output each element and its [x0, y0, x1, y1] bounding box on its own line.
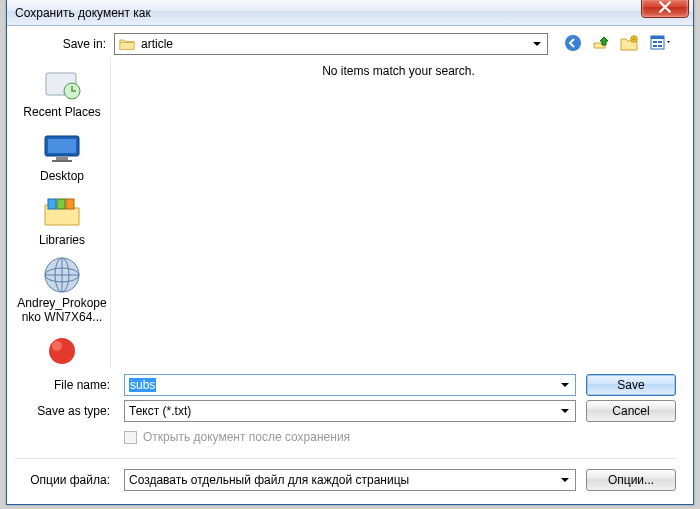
filename-value: subs — [129, 378, 156, 392]
save-in-combo[interactable]: article — [114, 33, 548, 55]
folder-icon — [119, 37, 135, 51]
svg-rect-12 — [56, 157, 68, 160]
up-icon — [592, 34, 610, 55]
open-after-row: Открыть документ после сохранения — [124, 426, 676, 452]
place-computer[interactable]: Andrey_Prokopenko WN7X64... — [17, 255, 107, 323]
window-title: Сохранить документ как — [15, 6, 693, 20]
svg-rect-3 — [651, 36, 664, 39]
place-label: Desktop — [17, 170, 107, 184]
svg-rect-13 — [52, 160, 72, 162]
file-listing[interactable]: No items match your search. — [110, 58, 686, 368]
network-icon — [40, 331, 84, 368]
save-in-value: article — [141, 37, 173, 51]
view-icon — [650, 35, 672, 54]
savetype-label: Save as type: — [14, 404, 114, 418]
place-label: Andrey_Prokopenko WN7X64... — [17, 297, 107, 323]
svg-rect-5 — [653, 45, 657, 47]
svg-rect-15 — [57, 199, 65, 209]
save-as-dialog: Сохранить документ как Save in: article — [6, 0, 694, 505]
save-button[interactable]: Save — [586, 374, 676, 396]
place-label: Libraries — [17, 234, 107, 248]
svg-point-21 — [52, 341, 62, 351]
dialog-body: Save in: article — [14, 30, 686, 497]
svg-rect-7 — [658, 45, 662, 47]
save-in-row: Save in: article — [14, 30, 686, 58]
file-options-label: Опции файла: — [14, 473, 114, 487]
svg-rect-14 — [48, 199, 56, 209]
place-label: Recent Places — [17, 106, 107, 120]
close-icon — [659, 1, 671, 16]
recent-places-icon — [40, 64, 84, 104]
svg-rect-4 — [653, 41, 657, 43]
new-folder-button[interactable] — [618, 33, 640, 55]
place-libraries[interactable]: Libraries — [17, 192, 107, 248]
svg-rect-16 — [66, 199, 74, 209]
view-menu-button[interactable] — [646, 33, 676, 55]
computer-icon — [40, 255, 84, 295]
svg-point-20 — [49, 338, 75, 364]
place-recent[interactable]: Recent Places — [17, 64, 107, 120]
open-after-label: Открыть документ после сохранения — [143, 430, 350, 444]
file-options-value: Создавать отдельный файл для каждой стра… — [129, 473, 409, 487]
svg-rect-11 — [48, 139, 76, 153]
new-folder-icon — [620, 35, 638, 54]
back-button[interactable] — [562, 33, 584, 55]
savetype-value: Текст (*.txt) — [129, 404, 191, 418]
empty-listing-message: No items match your search. — [111, 64, 686, 78]
back-icon — [564, 34, 582, 55]
desktop-icon — [40, 128, 84, 168]
filename-combo[interactable]: subs — [124, 374, 576, 396]
bottom-panel: File name: subs Save Save as type: Текст… — [14, 368, 686, 497]
place-desktop[interactable]: Desktop — [17, 128, 107, 184]
separator — [14, 458, 676, 459]
filename-label: File name: — [14, 378, 114, 392]
open-after-checkbox[interactable] — [124, 431, 137, 444]
middle-area: Recent Places Desktop — [14, 58, 686, 368]
cancel-button[interactable]: Cancel — [586, 400, 676, 422]
options-button[interactable]: Опции... — [586, 469, 676, 491]
up-button[interactable] — [590, 33, 612, 55]
save-in-label: Save in: — [14, 37, 114, 51]
svg-rect-6 — [658, 41, 662, 43]
svg-point-0 — [565, 35, 581, 51]
close-button[interactable] — [641, 0, 689, 18]
file-options-combo[interactable]: Создавать отдельный файл для каждой стра… — [124, 469, 576, 491]
title-bar: Сохранить документ как — [7, 0, 693, 26]
place-network[interactable] — [17, 331, 107, 368]
savetype-combo[interactable]: Текст (*.txt) — [124, 400, 576, 422]
places-bar: Recent Places Desktop — [14, 58, 110, 368]
libraries-icon — [40, 192, 84, 232]
nav-toolbar — [562, 33, 676, 55]
